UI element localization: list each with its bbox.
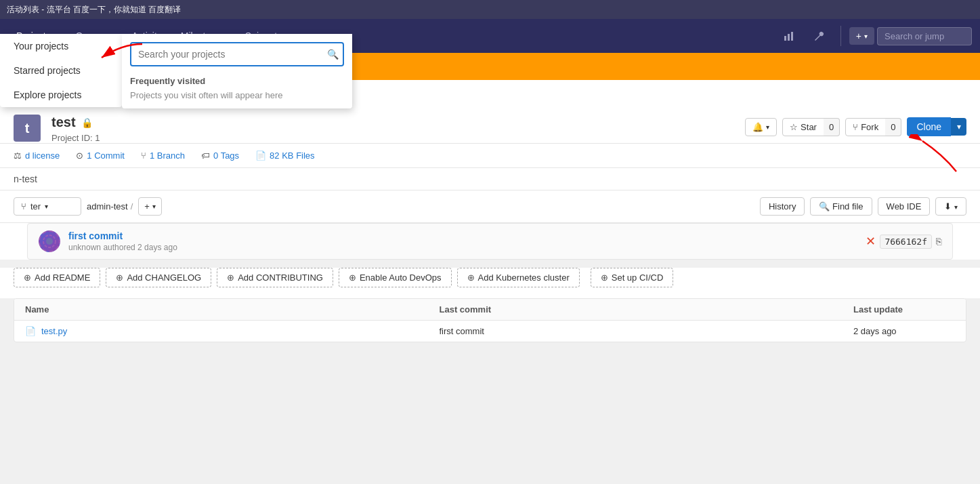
- search-panel: 🔍 Frequently visited Projects you visit …: [122, 34, 352, 108]
- dropdown-explore-projects[interactable]: Explore projects: [0, 83, 122, 107]
- stat-files: 📄 82 KB Files: [255, 150, 315, 161]
- project-name: test: [51, 115, 76, 130]
- enable-autodevops-button[interactable]: ⊕ Enable Auto DevOps: [339, 268, 452, 287]
- project-avatar: t: [14, 115, 41, 142]
- add-readme-button[interactable]: ⊕ Add README: [14, 268, 100, 287]
- file-name-cell: 📄 test.py: [25, 326, 440, 336]
- search-icon-toolbar: 🔍: [819, 201, 830, 211]
- star-count: 0: [824, 118, 840, 136]
- add-chevron-icon: ▾: [152, 203, 156, 210]
- clone-dropdown-button[interactable]: ▾: [951, 118, 966, 136]
- project-header: t test 🔒 Project ID: 1 🔔 ▾ ☆ St: [0, 104, 980, 144]
- branch-selector[interactable]: ⑂ ter ▾: [14, 197, 81, 216]
- notification-chevron-icon: ▾: [766, 123, 769, 131]
- col-last-update: Last update: [853, 304, 955, 315]
- add-contributing-button[interactable]: ⊕ Add CONTRIBUTING: [217, 268, 333, 287]
- project-stats: ⚖ d license ⊙ 1 Commit ⑂ 1 Branch 🏷 0 Ta…: [0, 144, 980, 168]
- branches-link[interactable]: 1 Branch: [150, 150, 185, 161]
- branch-chevron-icon: ▾: [45, 203, 48, 210]
- star-button[interactable]: ☆ Star: [782, 118, 824, 136]
- tag-icon: 🏷: [201, 150, 210, 161]
- add-contributing-plus-icon: ⊕: [227, 273, 234, 283]
- fork-icon: ⑂: [853, 122, 858, 132]
- file-last-commit: first commit: [440, 326, 854, 336]
- file-toolbar: ⑂ ter ▾ admin-test / + ▾ History 🔍 Find …: [0, 190, 980, 223]
- stat-commits: ⊙ 1 Commit: [76, 150, 125, 161]
- find-file-button[interactable]: 🔍 Find file: [810, 197, 872, 216]
- bell-icon: 🔔: [752, 122, 763, 132]
- file-icon: 📄: [25, 326, 36, 336]
- svg-rect-0: [784, 36, 786, 41]
- project-title-row: test 🔒: [51, 115, 734, 130]
- nav-wrench-icon[interactable]: [805, 26, 832, 45]
- path-separator: /: [131, 201, 133, 211]
- svg-rect-1: [788, 34, 790, 41]
- more-options-button[interactable]: ⬇ ▾: [935, 197, 966, 216]
- clone-btn-group: Clone ▾: [907, 117, 966, 136]
- col-last-commit: Last commit: [440, 304, 854, 315]
- lock-icon: 🔒: [81, 117, 93, 128]
- add-changelog-button[interactable]: ⊕ Add CHANGELOG: [106, 268, 211, 287]
- enable-autodevops-plus-icon: ⊕: [349, 273, 356, 283]
- file-link[interactable]: test.py: [41, 326, 67, 336]
- commit-meta: unknown authored 2 days ago: [68, 243, 857, 252]
- project-search-input[interactable]: [130, 42, 344, 66]
- commit-row-wrapper: first commit unknown authored 2 days ago…: [0, 223, 980, 260]
- web-ide-button[interactable]: Web IDE: [878, 197, 931, 216]
- nav-plus-button[interactable]: + ▾: [849, 27, 874, 45]
- dropdown-starred-projects[interactable]: Starred projects: [0, 58, 122, 83]
- add-readme-plus-icon: ⊕: [24, 273, 31, 283]
- commit-status-icon: ✕: [866, 234, 876, 249]
- setup-cicd-button[interactable]: ⊕ Set up CI/CD: [591, 268, 674, 287]
- main-content: You should add an SSH key to your profil…: [0, 53, 980, 484]
- setup-cicd-plus-icon: ⊕: [601, 273, 608, 283]
- file-table-header: Name Last commit Last update: [14, 299, 966, 321]
- col-name: Name: [25, 304, 440, 315]
- add-file-button[interactable]: + ▾: [138, 197, 162, 216]
- project-actions: 🔔 ▾ ☆ Star 0 ⑂ Fork 0: [745, 117, 966, 136]
- commit-author-avatar: [39, 230, 60, 252]
- nav-search-input[interactable]: [877, 27, 972, 45]
- files-link[interactable]: 82 KB Files: [270, 150, 315, 161]
- commit-message[interactable]: first commit: [68, 230, 857, 241]
- clone-button[interactable]: Clone: [907, 117, 951, 136]
- star-icon: ☆: [790, 122, 798, 132]
- search-icon: 🔍: [327, 49, 339, 60]
- branch-icon-toolbar: ⑂: [21, 201, 26, 211]
- svg-rect-2: [791, 32, 793, 41]
- action-buttons: ⊕ Add README ⊕ Add CHANGELOG ⊕ Add CONTR…: [0, 268, 980, 298]
- stat-branches: ⑂ 1 Branch: [141, 150, 185, 161]
- toolbar-actions: History 🔍 Find file Web IDE ⬇ ▾: [760, 197, 966, 216]
- file-last-update: 2 days ago: [853, 326, 955, 336]
- copy-icon[interactable]: ⎘: [936, 236, 941, 247]
- search-input-wrapper: 🔍: [130, 42, 344, 66]
- files-icon: 📄: [255, 150, 266, 161]
- history-button[interactable]: History: [760, 197, 805, 216]
- license-link[interactable]: d license: [25, 150, 60, 161]
- commit-hash: 7666162f: [880, 235, 932, 249]
- add-kubernetes-button[interactable]: ⊕ Add Kubernetes cluster: [457, 268, 580, 287]
- stat-license: ⚖ d license: [14, 150, 60, 161]
- commits-link[interactable]: 1 Commit: [87, 150, 125, 161]
- file-table: Name Last commit Last update 📄 test.py f…: [14, 298, 966, 342]
- path-display: admin-test /: [87, 201, 133, 211]
- frequently-visited-title: Frequently visited: [130, 76, 344, 86]
- tags-link[interactable]: 0 Tags: [213, 150, 239, 161]
- notification-button[interactable]: 🔔 ▾: [745, 118, 777, 136]
- plus-chevron-icon: ▾: [864, 33, 868, 40]
- more-chevron-icon: ▾: [954, 203, 958, 211]
- add-changelog-plus-icon: ⊕: [116, 273, 123, 283]
- browser-tabs: 活动列表 - 流平台 百度一下，你就知道 百度翻译: [7, 4, 181, 16]
- star-btn-group: ☆ Star 0: [782, 118, 840, 136]
- fork-button[interactable]: ⑂ Fork: [845, 118, 886, 136]
- dropdown-your-projects[interactable]: Your projects: [0, 34, 122, 58]
- commit-hash-area: ✕ 7666162f ⎘: [866, 234, 941, 249]
- nav-chart-icon[interactable]: [775, 26, 803, 45]
- project-info: test 🔒 Project ID: 1: [51, 115, 734, 143]
- browser-bar: 活动列表 - 流平台 百度一下，你就知道 百度翻译: [0, 0, 980, 19]
- download-icon: ⬇: [944, 201, 952, 211]
- svg-point-5: [46, 238, 53, 245]
- project-id: Project ID: 1: [51, 133, 734, 143]
- commit-icon: ⊙: [76, 150, 83, 161]
- plus-icon: +: [144, 201, 150, 211]
